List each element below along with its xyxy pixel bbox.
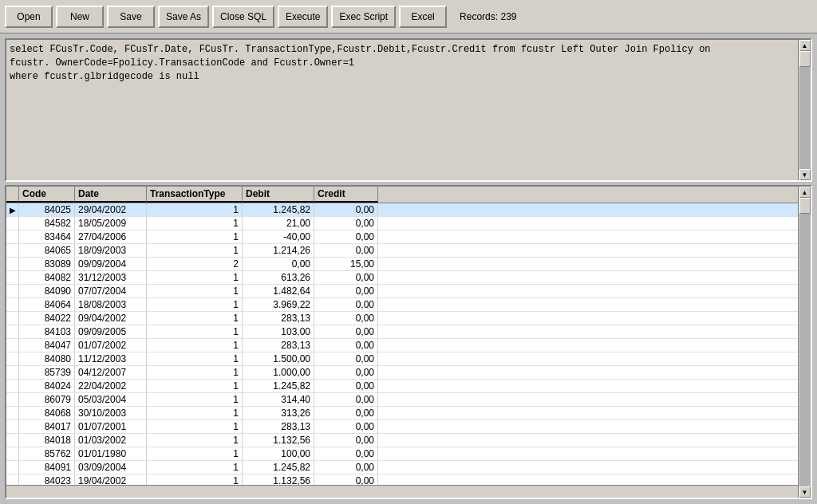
cell-transaction-type: 2: [147, 258, 243, 270]
header-date: Date: [75, 187, 147, 203]
cell-code: 84090: [19, 285, 75, 297]
cell-code: 84080: [19, 352, 75, 365]
cell-transaction-type: 1: [147, 352, 243, 365]
table-row[interactable]: 8308909/09/200420,0015,00: [6, 258, 798, 271]
save-as-button[interactable]: Save As: [158, 6, 209, 28]
row-indicator: [6, 407, 19, 419]
table-row[interactable]: 8401701/07/20011283,130,00: [6, 420, 798, 434]
row-indicator: [6, 366, 19, 379]
cell-date: 27/04/2006: [75, 230, 147, 243]
sql-scrollbar[interactable]: ▲ ▼: [798, 40, 811, 180]
cell-debit: 314,40: [243, 393, 314, 406]
sql-editor[interactable]: [6, 40, 798, 180]
cell-transaction-type: 1: [147, 420, 243, 433]
exec-script-button[interactable]: Exec Script: [331, 6, 396, 28]
cell-transaction-type: 1: [147, 434, 243, 447]
cell-code: 84582: [19, 217, 75, 230]
close-sql-button[interactable]: Close SQL: [212, 6, 274, 28]
cell-date: 01/01/1980: [75, 447, 147, 460]
cell-credit: 0,00: [314, 447, 378, 460]
cell-debit: 3.969,22: [243, 298, 314, 311]
cell-date: 18/08/2003: [75, 298, 147, 311]
header-code: Code: [19, 187, 75, 203]
bottom-scrollbar[interactable]: [6, 485, 798, 498]
table-row[interactable]: ▶8402529/04/200211.245,820,00: [6, 203, 798, 217]
cell-code: 84082: [19, 271, 75, 284]
save-button[interactable]: Save: [107, 6, 155, 28]
cell-date: 09/04/2002: [75, 312, 147, 325]
table-row[interactable]: 8408231/12/20031613,260,00: [6, 271, 798, 285]
cell-date: 22/04/2002: [75, 380, 147, 392]
table-row[interactable]: 8406418/08/200313.969,220,00: [6, 298, 798, 312]
grid-scrollbar[interactable]: ▲ ▼: [798, 187, 811, 498]
cell-date: 29/04/2002: [75, 203, 147, 216]
cell-credit: 0,00: [314, 312, 378, 325]
table-row[interactable]: 8573904/12/200711.000,000,00: [6, 366, 798, 380]
cell-debit: 21,00: [243, 217, 314, 230]
table-row[interactable]: 8458218/05/2009121,000,00: [6, 217, 798, 230]
row-indicator: [6, 244, 19, 257]
cell-credit: 0,00: [314, 325, 378, 338]
cell-debit: 1.000,00: [243, 366, 314, 379]
grid-scroll-up-button[interactable]: ▲: [799, 187, 811, 198]
table-row[interactable]: 8408011/12/200311.500,000,00: [6, 352, 798, 366]
scroll-thumb[interactable]: [799, 51, 811, 67]
table-row[interactable]: 8406830/10/20031313,260,00: [6, 407, 798, 420]
data-grid-wrapper: Code Date TransactionType Debit Credit ▶…: [5, 185, 812, 499]
table-row[interactable]: 8406518/09/200311.214,260,00: [6, 244, 798, 258]
cell-date: 19/04/2002: [75, 474, 147, 485]
cell-debit: 1.245,82: [243, 203, 314, 216]
grid-scroll-thumb[interactable]: [799, 198, 811, 214]
cell-transaction-type: 1: [147, 298, 243, 311]
cell-debit: 1.482,64: [243, 285, 314, 297]
execute-button[interactable]: Execute: [278, 6, 328, 28]
cell-date: 01/07/2002: [75, 339, 147, 352]
table-row[interactable]: 8401801/03/200211.132,560,00: [6, 434, 798, 447]
table-row[interactable]: 8410309/09/20051103,000,00: [6, 325, 798, 339]
cell-debit: 103,00: [243, 325, 314, 338]
row-indicator: [6, 420, 19, 433]
cell-date: 18/09/2003: [75, 244, 147, 257]
cell-code: 86079: [19, 393, 75, 406]
excel-button[interactable]: Excel: [399, 6, 447, 28]
table-row[interactable]: 8409103/09/200411.245,820,00: [6, 461, 798, 474]
table-row[interactable]: 8409007/07/200411.482,640,00: [6, 285, 798, 298]
cell-debit: 313,26: [243, 407, 314, 419]
cell-credit: 0,00: [314, 244, 378, 257]
cell-transaction-type: 1: [147, 271, 243, 284]
cell-transaction-type: 1: [147, 244, 243, 257]
cell-code: 84091: [19, 461, 75, 474]
table-row[interactable]: 8402319/04/200211.132,560,00: [6, 474, 798, 485]
cell-date: 03/09/2004: [75, 461, 147, 474]
table-row[interactable]: 8346427/04/20061-40,000,00: [6, 230, 798, 244]
cell-date: 04/12/2007: [75, 366, 147, 379]
cell-code: 84017: [19, 420, 75, 433]
cell-date: 11/12/2003: [75, 352, 147, 365]
row-indicator: [6, 271, 19, 284]
scroll-down-button[interactable]: ▼: [799, 169, 811, 180]
table-row[interactable]: 8404701/07/20021283,130,00: [6, 339, 798, 352]
new-button[interactable]: New: [56, 6, 104, 28]
open-button[interactable]: Open: [5, 6, 53, 28]
row-indicator: [6, 447, 19, 460]
cell-credit: 0,00: [314, 285, 378, 297]
cell-transaction-type: 1: [147, 203, 243, 216]
table-row[interactable]: 8607905/03/20041314,400,00: [6, 393, 798, 407]
row-indicator: [6, 474, 19, 485]
cell-code: 84018: [19, 434, 75, 447]
table-row[interactable]: 8402209/04/20021283,130,00: [6, 312, 798, 325]
row-indicator: [6, 230, 19, 243]
cell-transaction-type: 1: [147, 461, 243, 474]
grid-scroll-down-button[interactable]: ▼: [799, 486, 811, 498]
cell-credit: 0,00: [314, 230, 378, 243]
table-row[interactable]: 8402422/04/200211.245,820,00: [6, 380, 798, 393]
scroll-up-button[interactable]: ▲: [799, 40, 811, 51]
cell-code: 83089: [19, 258, 75, 270]
cell-code: 84025: [19, 203, 75, 216]
cell-credit: 0,00: [314, 393, 378, 406]
table-row[interactable]: 8576201/01/19801100,000,00: [6, 447, 798, 461]
row-indicator: [6, 312, 19, 325]
row-indicator: ▶: [6, 203, 19, 216]
cell-credit: 0,00: [314, 434, 378, 447]
grid-body: ▶8402529/04/200211.245,820,008458218/05/…: [6, 203, 798, 485]
